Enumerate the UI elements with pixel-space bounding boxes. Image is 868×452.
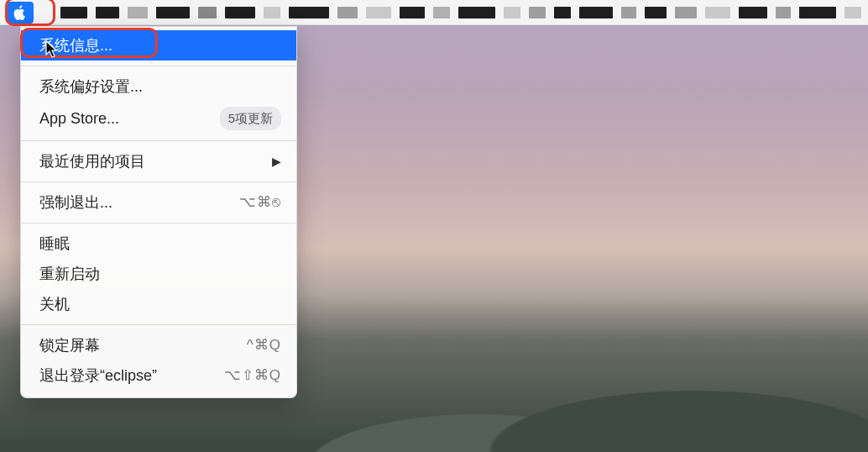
submenu-arrow-icon: ▶ xyxy=(272,151,281,171)
menubar-obscured-block xyxy=(645,7,667,18)
menubar-obscured-block xyxy=(844,7,861,18)
menubar-obscured-items xyxy=(44,7,861,18)
apple-menu-dropdown: 系统信息... 系统偏好设置... App Store... 5项更新 最近使用… xyxy=(20,26,297,398)
menubar-obscured-block xyxy=(675,7,697,18)
desktop: 系统信息... 系统偏好设置... App Store... 5项更新 最近使用… xyxy=(0,0,868,452)
menu-item-lock-screen[interactable]: 锁定屏幕 ^⌘Q xyxy=(21,330,296,360)
menubar-obscured-block xyxy=(337,7,358,18)
menu-item-label: 睡眠 xyxy=(39,234,70,254)
menubar-obscured-block xyxy=(776,7,791,18)
menu-item-label: 重新启动 xyxy=(39,264,100,284)
menubar-obscured-block xyxy=(705,7,730,18)
menu-item-label: 最近使用的项目 xyxy=(39,151,145,171)
menu-item-label: 退出登录“eclipse” xyxy=(39,365,157,386)
menu-item-label: 系统信息... xyxy=(39,35,112,55)
menu-item-label: 锁定屏幕 xyxy=(39,335,100,355)
menu-separator xyxy=(21,181,296,182)
menubar-obscured-block xyxy=(366,7,391,18)
apple-logo-icon xyxy=(13,5,27,20)
menu-item-restart[interactable]: 重新启动 xyxy=(21,259,296,289)
menu-item-system-preferences[interactable]: 系统偏好设置... xyxy=(21,71,296,102)
menu-item-shortcut: ⌥⌘⎋ xyxy=(239,192,281,213)
menu-item-app-store[interactable]: App Store... 5项更新 xyxy=(21,102,296,135)
menubar-obscured-block xyxy=(433,7,450,18)
app-store-update-badge: 5项更新 xyxy=(220,107,281,130)
menubar-obscured-block xyxy=(225,7,255,18)
menubar-obscured-block xyxy=(156,7,190,18)
menu-item-logout[interactable]: 退出登录“eclipse” ⌥⇧⌘Q xyxy=(21,360,296,391)
menubar-obscured-block xyxy=(60,7,87,18)
menubar-obscured-block xyxy=(198,7,217,18)
menu-item-recent-items[interactable]: 最近使用的项目 ▶ xyxy=(21,146,296,176)
menubar-obscured-block xyxy=(554,7,571,18)
menubar-obscured-block xyxy=(400,7,425,18)
menu-item-shutdown[interactable]: 关机 xyxy=(21,289,296,319)
menu-separator xyxy=(21,66,296,66)
menu-item-sleep[interactable]: 睡眠 xyxy=(21,229,296,259)
menubar-obscured-block xyxy=(529,7,546,18)
menubar-obscured-block xyxy=(504,7,520,18)
menubar-obscured-block xyxy=(739,7,767,18)
menu-item-label: App Store... xyxy=(39,108,119,129)
menubar-obscured-block xyxy=(458,7,495,18)
menu-separator xyxy=(21,140,296,141)
menubar xyxy=(0,0,868,25)
menubar-obscured-block xyxy=(579,7,613,18)
menubar-obscured-block xyxy=(621,7,636,18)
menubar-obscured-block xyxy=(289,7,329,18)
menubar-obscured-block xyxy=(128,7,148,18)
menu-item-shortcut: ^⌘Q xyxy=(247,335,281,355)
menu-item-shortcut: ⌥⇧⌘Q xyxy=(224,365,281,386)
menubar-obscured-block xyxy=(96,7,119,18)
apple-menu-button[interactable] xyxy=(7,2,34,24)
menu-separator xyxy=(21,223,296,223)
menu-item-system-info[interactable]: 系统信息... xyxy=(21,30,296,60)
menubar-obscured-block xyxy=(799,7,836,18)
menu-item-label: 强制退出... xyxy=(39,192,112,213)
menu-item-label: 系统偏好设置... xyxy=(39,76,143,97)
menu-item-label: 关机 xyxy=(39,294,70,314)
menu-separator xyxy=(21,324,296,325)
menu-item-force-quit[interactable]: 强制退出... ⌥⌘⎋ xyxy=(21,187,296,218)
menubar-obscured-block xyxy=(264,7,280,18)
